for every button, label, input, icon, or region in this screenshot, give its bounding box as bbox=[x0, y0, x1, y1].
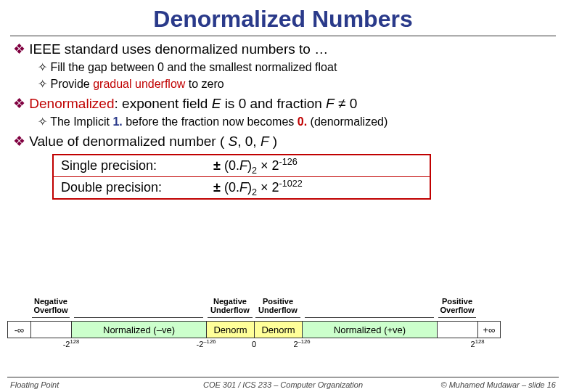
text: to zero bbox=[185, 78, 223, 90]
text-gradual-underflow: gradual underflow bbox=[93, 78, 185, 90]
dp-label: Double precision: bbox=[54, 177, 206, 198]
axis-ticks: -2128 -2–126 0 2–126 2128 bbox=[7, 340, 559, 350]
neg-overflow-label: Negative Overflow bbox=[30, 296, 71, 315]
axis: -∞ Normalized (–ve) Denorm Denorm Normal… bbox=[7, 321, 559, 338]
diamond-open-icon: ✧ bbox=[38, 115, 50, 128]
text: Provide bbox=[50, 78, 93, 90]
tick-neg-2-m126: -2–126 bbox=[197, 340, 216, 348]
base-2: 2 bbox=[252, 187, 257, 197]
text-one: 1. bbox=[112, 115, 122, 128]
precision-box: Single precision: ± (0.F)2 × 2-126 Doubl… bbox=[52, 154, 431, 200]
tick-zero: 0 bbox=[252, 340, 256, 348]
text: , 0, bbox=[237, 134, 261, 149]
text: The Implicit bbox=[50, 115, 112, 128]
diamond-open-icon: ✧ bbox=[38, 61, 50, 73]
tick-neg-2-128: -2128 bbox=[63, 340, 80, 348]
tick-2-128: 2128 bbox=[471, 340, 485, 348]
footer-center: COE 301 / ICS 233 – Computer Organizatio… bbox=[203, 380, 363, 389]
footer-divider bbox=[7, 377, 559, 377]
text-denormalized: Denormalized bbox=[29, 96, 114, 111]
text: Value of denormalized number ( bbox=[29, 134, 228, 149]
text: ≠ 0 bbox=[335, 96, 358, 111]
diamond-icon: ❖ bbox=[13, 96, 29, 111]
number-line: Negative Overflow Negative Underflow Pos… bbox=[7, 296, 559, 350]
footer: Floating Point COE 301 / ICS 233 – Compu… bbox=[0, 380, 566, 389]
text: ) bbox=[269, 134, 278, 149]
denorm-pos-cell: Denorm bbox=[254, 321, 302, 338]
diamond-icon: ❖ bbox=[13, 134, 29, 149]
text: (0. bbox=[221, 158, 239, 173]
text: (0. bbox=[221, 180, 239, 195]
subbullet-text: Fill the gap between 0 and the smallest … bbox=[50, 61, 337, 73]
subbullet-gradual: ✧ Provide gradual underflow to zero bbox=[13, 77, 553, 91]
sp-value: ± (0.F)2 × 2-126 bbox=[206, 155, 430, 176]
denorm-neg-cell: Denorm bbox=[206, 321, 254, 338]
pos-overflow-cell bbox=[437, 321, 477, 338]
pos-inf-cell: +∞ bbox=[477, 321, 501, 338]
plusminus: ± bbox=[213, 180, 221, 195]
slide-title: Denormalized Numbers bbox=[0, 0, 566, 33]
neg-inf-cell: -∞ bbox=[7, 321, 30, 338]
braces bbox=[7, 315, 559, 321]
exp-126: -126 bbox=[279, 157, 297, 167]
text-S: S bbox=[229, 134, 238, 149]
text: is 0 and fraction bbox=[221, 96, 326, 111]
diamond-open-icon: ✧ bbox=[38, 78, 50, 90]
neg-underflow-label: Negative Underflow bbox=[206, 296, 254, 315]
pos-overflow-label: Positive Overflow bbox=[437, 296, 477, 315]
zone-labels-top: Negative Overflow Negative Underflow Pos… bbox=[7, 296, 559, 315]
text-F: F bbox=[261, 134, 269, 149]
text: × 2 bbox=[257, 180, 279, 195]
bullet-ieee: ❖ IEEE standard uses denormalized number… bbox=[13, 41, 553, 57]
footer-left: Floating Point bbox=[10, 380, 59, 389]
bullet-denormalized: ❖ Denormalized: exponent field E is 0 an… bbox=[13, 95, 553, 112]
plusminus: ± bbox=[213, 158, 221, 173]
text-F: F bbox=[239, 158, 247, 173]
exp-1022: -1022 bbox=[279, 179, 302, 189]
neg-overflow-cell bbox=[30, 321, 71, 338]
footer-right: © Muhamed Mudawar – slide 16 bbox=[440, 380, 556, 389]
bullet-text: IEEE standard uses denormalized numbers … bbox=[29, 41, 328, 57]
text: before the fraction now becomes bbox=[123, 115, 298, 128]
title-divider bbox=[10, 36, 556, 36]
single-precision-row: Single precision: ± (0.F)2 × 2-126 bbox=[54, 155, 430, 176]
text: : exponent field bbox=[115, 96, 212, 111]
text: × 2 bbox=[257, 158, 279, 173]
double-precision-row: Double precision: ± (0.F)2 × 2-1022 bbox=[54, 176, 430, 198]
text-zero: 0. bbox=[298, 115, 307, 128]
tick-2-m126: 2–126 bbox=[293, 340, 310, 348]
subbullet-fillgap: ✧ Fill the gap between 0 and the smalles… bbox=[13, 60, 553, 74]
norm-neg-cell: Normalized (–ve) bbox=[71, 321, 206, 338]
subbullet-implicit: ✧ The Implicit 1. before the fraction no… bbox=[13, 115, 553, 128]
text: (denormalized) bbox=[307, 115, 387, 128]
text-E: E bbox=[212, 96, 221, 111]
base-2: 2 bbox=[252, 166, 257, 176]
text-F: F bbox=[326, 96, 335, 111]
sp-label: Single precision: bbox=[54, 155, 206, 176]
norm-pos-cell: Normalized (+ve) bbox=[302, 321, 437, 338]
dp-value: ± (0.F)2 × 2-1022 bbox=[206, 177, 430, 198]
pos-underflow-label: Positive Underflow bbox=[254, 296, 302, 315]
text-F: F bbox=[239, 180, 247, 195]
slide-body: ❖ IEEE standard uses denormalized number… bbox=[0, 41, 566, 200]
bullet-value: ❖ Value of denormalized number ( S, 0, F… bbox=[13, 133, 553, 150]
diamond-icon: ❖ bbox=[13, 41, 29, 57]
